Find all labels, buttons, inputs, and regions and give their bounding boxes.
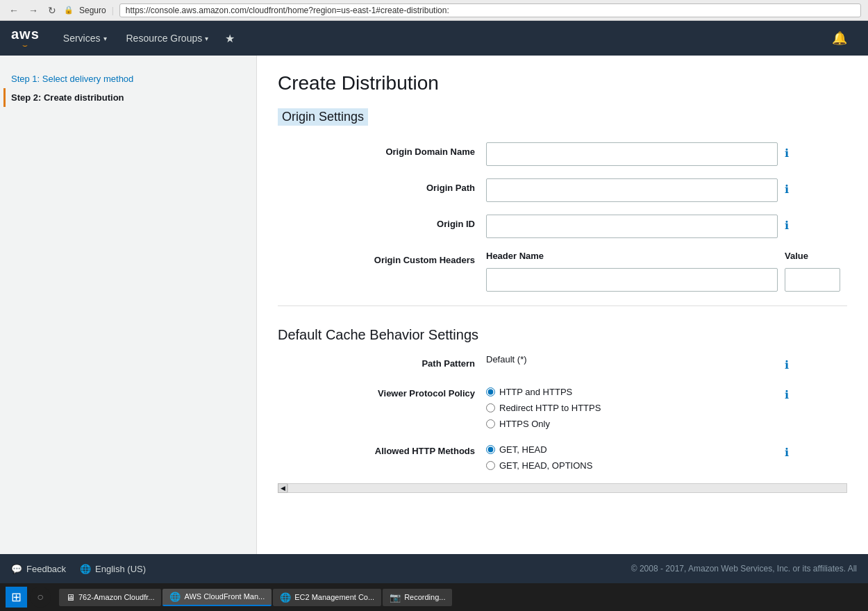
- main-layout: Step 1: Select delivery method Step 2: C…: [0, 56, 868, 554]
- custom-headers-header-row: Origin Custom Headers Header Name Value: [278, 251, 847, 265]
- forward-button[interactable]: →: [26, 5, 40, 16]
- scrollbar-left-button[interactable]: ◀: [278, 483, 287, 493]
- services-chevron-icon: ▾: [103, 35, 107, 42]
- origin-domain-name-row: Origin Domain Name ℹ: [278, 142, 847, 166]
- aws-smile-icon: ⌣: [22, 41, 28, 49]
- aws-logo[interactable]: aws ⌣: [11, 27, 40, 49]
- taskbar-item-3-label: Recording...: [404, 593, 445, 601]
- feedback-chat-icon: 💬: [11, 564, 22, 574]
- aws-logo-text: aws: [11, 27, 40, 41]
- viewer-protocol-info-icon[interactable]: ℹ: [785, 388, 789, 401]
- viewer-protocol-option-1[interactable]: Redirect HTTP to HTTPS: [486, 403, 778, 413]
- secure-label: Seguro: [79, 6, 106, 15]
- origin-domain-name-field: [486, 142, 778, 166]
- custom-headers-label-spacer: [278, 268, 486, 272]
- taskbar-item-2-icon: 🌐: [280, 592, 291, 603]
- viewer-protocol-radio-0[interactable]: [486, 387, 495, 396]
- viewer-protocol-option-2-label: HTTPS Only: [499, 419, 550, 429]
- sidebar-step2-label: Step 2: Create distribution: [11, 92, 124, 103]
- header-value-field: [785, 268, 840, 292]
- origin-domain-name-input[interactable]: [486, 142, 778, 166]
- taskbar-item-1-icon: 🌐: [169, 592, 181, 602]
- viewer-protocol-radio-2[interactable]: [486, 419, 495, 428]
- allowed-http-label: Allowed HTTP Methods: [278, 442, 486, 456]
- aws-nav: aws ⌣ Services ▾ Resource Groups ▾ ★ 🔔: [0, 21, 868, 56]
- horizontal-scrollbar[interactable]: ◀: [278, 483, 847, 493]
- allowed-http-option-0[interactable]: GET, HEAD: [486, 444, 778, 455]
- value-col-label: Value: [785, 251, 826, 261]
- taskbar-item-1-label: AWS CloudFront Man...: [184, 592, 265, 601]
- viewer-protocol-option-0-label: HTTP and HTTPS: [499, 387, 572, 397]
- browser-bar: ← → ↻ 🔒 Seguro | https://console.aws.ama…: [0, 0, 868, 21]
- viewer-protocol-option-2[interactable]: HTTPS Only: [486, 419, 778, 429]
- origin-id-row: Origin ID ℹ: [278, 215, 847, 238]
- scrollbar-track[interactable]: [287, 483, 847, 493]
- services-label: Services: [63, 33, 101, 44]
- taskbar: ⊞ ○ 🖥 762-Amazon Cloudfr... 🌐 AWS CloudF…: [0, 583, 868, 611]
- allowed-http-radio-1[interactable]: [486, 461, 495, 470]
- origin-path-info-icon[interactable]: ℹ: [785, 183, 789, 196]
- origin-path-row: Origin Path ℹ: [278, 178, 847, 202]
- path-pattern-info-icon[interactable]: ℹ: [785, 358, 789, 371]
- viewer-protocol-row: Viewer Protocol Policy HTTP and HTTPS Re…: [278, 384, 847, 429]
- header-value-input[interactable]: [785, 268, 840, 292]
- viewer-protocol-radio-1[interactable]: [486, 403, 495, 412]
- viewer-protocol-option-1-label: Redirect HTTP to HTTPS: [499, 403, 601, 413]
- separator: |: [112, 6, 114, 15]
- taskbar-item-2[interactable]: 🌐 EC2 Management Co...: [273, 589, 381, 606]
- origin-path-input[interactable]: [486, 178, 778, 202]
- viewer-protocol-label: Viewer Protocol Policy: [278, 384, 486, 399]
- origin-id-info-icon[interactable]: ℹ: [785, 219, 789, 232]
- notifications-bell-icon[interactable]: 🔔: [822, 31, 857, 46]
- taskbar-item-3[interactable]: 📷 Recording...: [383, 589, 452, 606]
- language-label: English (US): [95, 564, 146, 574]
- taskbar-item-0-icon: 🖥: [66, 592, 75, 603]
- allowed-http-info-icon[interactable]: ℹ: [785, 446, 789, 459]
- cortana-button[interactable]: ○: [30, 587, 51, 608]
- feedback-button[interactable]: 💬 Feedback: [11, 564, 66, 574]
- origin-id-input[interactable]: [486, 215, 778, 238]
- origin-path-label: Origin Path: [278, 178, 486, 193]
- taskbar-item-1[interactable]: 🌐 AWS CloudFront Man...: [162, 589, 272, 606]
- sidebar-step2: Step 2: Create distribution: [3, 88, 245, 107]
- origin-id-label: Origin ID: [278, 215, 486, 229]
- header-name-col-label: Header Name: [486, 251, 544, 261]
- services-nav-item[interactable]: Services ▾: [53, 21, 117, 56]
- taskbar-item-0[interactable]: 🖥 762-Amazon Cloudfr...: [59, 589, 161, 606]
- origin-settings-section: Origin Settings Origin Domain Name ℹ Ori…: [278, 108, 847, 292]
- resource-groups-nav-item[interactable]: Resource Groups ▾: [117, 21, 219, 56]
- sidebar: Step 1: Select delivery method Step 2: C…: [0, 56, 257, 554]
- allowed-http-option-1[interactable]: GET, HEAD, OPTIONS: [486, 460, 778, 471]
- cortana-icon: ○: [37, 591, 44, 603]
- path-pattern-value: Default (*): [486, 350, 527, 365]
- sidebar-step1-label: Step 1: Select delivery method: [11, 74, 133, 84]
- feedback-label: Feedback: [26, 564, 66, 574]
- copyright-text: © 2008 - 2017, Amazon Web Services, Inc.…: [631, 564, 857, 574]
- footer: 💬 Feedback 🌐 English (US) © 2008 - 2017,…: [0, 554, 868, 583]
- viewer-protocol-option-0[interactable]: HTTP and HTTPS: [486, 387, 778, 397]
- section-divider: [278, 306, 847, 306]
- origin-settings-title: Origin Settings: [278, 108, 368, 126]
- language-selector[interactable]: 🌐 English (US): [80, 564, 146, 574]
- origin-id-field: [486, 215, 778, 238]
- url-bar[interactable]: https://console.aws.amazon.com/cloudfron…: [119, 3, 861, 17]
- taskbar-items: 🖥 762-Amazon Cloudfr... 🌐 AWS CloudFront…: [59, 589, 862, 606]
- start-button[interactable]: ⊞: [6, 587, 27, 608]
- back-button[interactable]: ←: [7, 5, 21, 16]
- allowed-http-option-0-label: GET, HEAD: [499, 444, 547, 455]
- taskbar-item-2-label: EC2 Management Co...: [294, 593, 374, 601]
- refresh-button[interactable]: ↻: [46, 5, 58, 16]
- page-title: Create Distribution: [278, 72, 847, 94]
- allowed-http-radio-0[interactable]: [486, 445, 495, 454]
- viewer-protocol-options: HTTP and HTTPS Redirect HTTP to HTTPS HT…: [486, 384, 778, 429]
- origin-domain-info-icon[interactable]: ℹ: [785, 147, 789, 160]
- origin-custom-headers-label: Origin Custom Headers: [278, 251, 486, 265]
- allowed-http-option-1-label: GET, HEAD, OPTIONS: [499, 460, 592, 471]
- favorites-star-icon[interactable]: ★: [218, 32, 242, 45]
- secure-icon: 🔒: [64, 6, 74, 15]
- cache-section-title: Default Cache Behavior Settings: [278, 320, 847, 343]
- header-name-input[interactable]: [486, 268, 778, 292]
- taskbar-item-0-label: 762-Amazon Cloudfr...: [78, 593, 154, 601]
- taskbar-item-3-icon: 📷: [390, 592, 401, 603]
- sidebar-step1[interactable]: Step 1: Select delivery method: [11, 69, 245, 88]
